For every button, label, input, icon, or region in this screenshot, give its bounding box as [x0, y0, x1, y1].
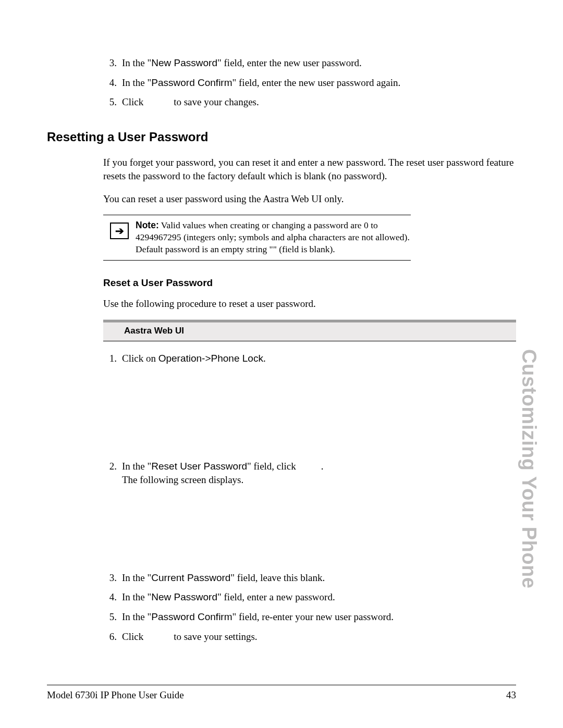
step-pre: In the ": [122, 461, 151, 472]
step-body: In the "Password Confirm" field, enter t…: [122, 76, 516, 90]
step-number: 4.: [103, 76, 122, 90]
step-post: .: [263, 353, 266, 364]
arrow-right-icon: ➔: [110, 223, 129, 239]
step-pre: In the ": [122, 572, 151, 583]
step-body: Clickto save your settings.: [122, 630, 516, 644]
step-number: 5.: [103, 95, 122, 109]
step-field: New Password: [151, 57, 217, 68]
step-field: Password Confirm: [151, 77, 232, 88]
list-item: 2. In the "Reset User Password" field, c…: [103, 460, 516, 486]
step-post: " field, enter the new user password.: [217, 57, 362, 68]
side-chapter-title: Customizing Your Phone: [518, 349, 540, 588]
procedure-steps: 2. In the "Reset User Password" field, c…: [103, 460, 516, 486]
paragraph: If you forget your password, you can res…: [103, 156, 516, 182]
step-post: " field, re-enter your new user password…: [232, 611, 394, 622]
step-pre: Click: [122, 631, 143, 642]
step-pre: In the ": [122, 57, 151, 68]
page-footer: Model 6730i IP Phone User Guide 43: [47, 685, 516, 701]
document-page: 3. In the "New Password" field, enter th…: [0, 0, 563, 728]
note-body: Valid values when creating or changing a…: [136, 220, 410, 254]
step-number: 4.: [103, 590, 122, 604]
footer-page-number: 43: [506, 689, 516, 701]
step-pre: Click: [122, 96, 143, 107]
procedure-steps: 1. Click on Operation->Phone Lock.: [103, 352, 516, 365]
step-body: In the "Password Confirm" field, re-ente…: [122, 610, 516, 624]
procedure-label: Aastra Web UI: [103, 320, 516, 341]
step-post: to save your changes.: [174, 96, 259, 107]
step-post: " field, enter the new user password aga…: [232, 77, 401, 88]
step-body: Click on Operation->Phone Lock.: [122, 352, 516, 365]
list-item: 3. In the "New Password" field, enter th…: [103, 56, 516, 70]
step-post: to save your settings.: [174, 631, 257, 642]
list-item: 3. In the "Current Password" field, leav…: [103, 571, 516, 585]
step-pre: In the ": [122, 77, 151, 88]
step-field: Reset User Password: [151, 461, 247, 472]
step-body: In the "New Password" field, enter the n…: [122, 56, 516, 70]
step-pre: In the ": [122, 611, 151, 622]
note-label: Note:: [136, 220, 159, 230]
step-body: In the "New Password" field, enter a new…: [122, 590, 516, 604]
step-field: Operation->Phone Lock: [158, 353, 263, 364]
step-extra-line: The following screen displays.: [122, 474, 243, 485]
step-pre: Click on: [122, 353, 158, 364]
procedure-bar: Aastra Web UI: [103, 320, 516, 341]
main-content: 3. In the "New Password" field, enter th…: [103, 56, 516, 643]
paragraph: You can reset a user password using the …: [103, 192, 516, 206]
list-item: 1. Click on Operation->Phone Lock.: [103, 352, 516, 365]
section-heading: Resetting a User Password: [47, 129, 516, 145]
list-item: 5. In the "Password Confirm" field, re-e…: [103, 610, 516, 624]
step-body: Clickto save your changes.: [122, 95, 516, 109]
step-body: In the "Current Password" field, leave t…: [122, 571, 516, 585]
paragraph: Use the following procedure to reset a u…: [103, 297, 516, 311]
step-field: Current Password: [151, 572, 230, 583]
note-text: Note: Valid values when creating or chan…: [136, 219, 411, 255]
step-field: New Password: [151, 591, 217, 602]
step-pre: In the ": [122, 591, 151, 602]
note-icon-cell: ➔: [103, 219, 136, 255]
footer-left: Model 6730i IP Phone User Guide: [47, 689, 184, 701]
image-placeholder: [103, 493, 516, 571]
list-item: 4. In the "Password Confirm" field, ente…: [103, 76, 516, 90]
step-number: 5.: [103, 610, 122, 624]
step-field: Password Confirm: [151, 611, 232, 622]
note-block: ➔ Note: Valid values when creating or ch…: [103, 215, 411, 261]
image-placeholder: [103, 371, 516, 460]
step-body: In the "Reset User Password" field, clic…: [122, 460, 516, 486]
step-number: 3.: [103, 56, 122, 70]
bottom-steps-list: 3. In the "Current Password" field, leav…: [103, 571, 516, 644]
step-post: " field, enter a new password.: [217, 591, 335, 602]
step-number: 1.: [103, 352, 122, 365]
step-number: 6.: [103, 630, 122, 644]
list-item: 6. Clickto save your settings.: [103, 630, 516, 644]
step-post: " field, leave this blank.: [230, 572, 325, 583]
step-number: 3.: [103, 571, 122, 585]
sub-heading: Reset a User Password: [103, 276, 516, 290]
step-number: 2.: [103, 460, 122, 486]
top-steps-list: 3. In the "New Password" field, enter th…: [103, 56, 516, 109]
list-item: 4. In the "New Password" field, enter a …: [103, 590, 516, 604]
step-post: " field, click: [247, 461, 296, 472]
list-item: 5. Clickto save your changes.: [103, 95, 516, 109]
